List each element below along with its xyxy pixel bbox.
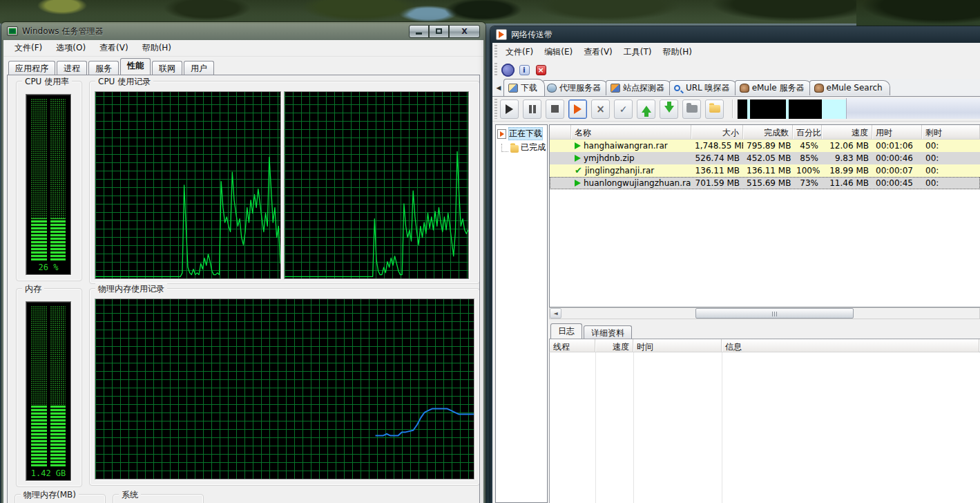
cpu-led-column xyxy=(50,99,66,260)
cpu-history-graph-core0 xyxy=(95,91,281,279)
header-name[interactable]: 名称 xyxy=(571,125,691,139)
nt-menu-help[interactable]: 帮助(H) xyxy=(657,44,698,60)
cpu-history-label: CPU 使用记录 xyxy=(95,76,153,88)
stop-button[interactable] xyxy=(546,99,564,119)
move-up-button[interactable] xyxy=(637,99,655,119)
cpu-led-fill xyxy=(31,218,47,260)
nt-menu-tools[interactable]: 工具(T) xyxy=(618,44,657,60)
physical-memory-group-label: 物理内存(MB) xyxy=(21,489,79,501)
maximize-button[interactable] xyxy=(429,25,449,38)
menu-help[interactable]: 帮助(H) xyxy=(137,40,177,56)
log-header-info[interactable]: 信息 xyxy=(722,339,979,352)
file-remaining: 00: xyxy=(922,177,980,189)
download-row[interactable]: ✔jinglingzhanji.rar 136.11 MB 136.11 MB … xyxy=(550,164,980,177)
file-done: 452.05 MB xyxy=(743,152,793,164)
tab-emule-search[interactable]: eMule Search xyxy=(809,80,890,95)
tab-download[interactable]: 下载 xyxy=(503,79,545,96)
menu-view[interactable]: 查看(V) xyxy=(94,40,134,56)
task-manager-titlebar[interactable]: Windows 任务管理器 X xyxy=(1,22,486,40)
exit-button[interactable]: × xyxy=(533,63,548,77)
file-size: 526.74 MB xyxy=(691,152,743,164)
tab-log[interactable]: 日志 xyxy=(550,323,582,339)
options-button[interactable] xyxy=(500,63,515,77)
header-done[interactable]: 完成数 xyxy=(743,125,793,139)
open-file-button[interactable] xyxy=(682,99,701,119)
download-row[interactable]: ymjhdnb.zip 526.74 MB 452.05 MB 85% 9.83… xyxy=(550,152,980,164)
horizontal-scrollbar[interactable]: ◄ xyxy=(549,307,980,319)
scrollbar-track[interactable] xyxy=(561,308,979,319)
header-blank[interactable] xyxy=(550,125,571,139)
tab-details[interactable]: 详细资料 xyxy=(584,325,632,339)
tab-performance[interactable]: 性能 xyxy=(120,58,151,75)
tab-networking[interactable]: 联网 xyxy=(152,61,182,75)
tab-site-explorer-label: 站点探测器 xyxy=(623,82,664,94)
header-size[interactable]: 大小 xyxy=(691,125,743,139)
menubar-gripper[interactable] xyxy=(494,45,497,59)
tab-scroll-left-button[interactable]: ◀ xyxy=(494,82,503,94)
file-remaining: 00: xyxy=(922,164,980,177)
nt-menu-file[interactable]: 文件(F) xyxy=(500,44,539,60)
nt-menu-edit[interactable]: 编辑(E) xyxy=(539,44,578,60)
verify-button[interactable]: ✓ xyxy=(614,99,633,119)
info-icon: i xyxy=(519,65,530,75)
file-name: ymjhdnb.zip xyxy=(584,152,635,164)
download-row[interactable]: hanghaiwangran.rar 1,748.55 MB 795.89 MB… xyxy=(550,140,980,152)
menu-options[interactable]: 选项(O) xyxy=(50,40,91,56)
log-column-divider xyxy=(722,352,722,503)
log-table-body[interactable] xyxy=(549,352,980,503)
tab-proxy-server[interactable]: 代理服务器 xyxy=(542,80,608,95)
log-column-divider xyxy=(633,352,634,503)
tab-url-sniffer[interactable]: URL 嗅探器 xyxy=(669,80,738,95)
log-column-divider xyxy=(595,352,596,503)
file-size: 701.59 MB xyxy=(691,177,743,189)
file-percent: 45% xyxy=(793,140,822,152)
file-name: jinglingzhanji.rar xyxy=(585,164,654,177)
emule-search-tab-icon xyxy=(814,84,824,93)
nt-menu-view[interactable]: 查看(V) xyxy=(578,44,618,60)
file-done: 136.11 MB xyxy=(743,164,793,177)
log-panel: 日志 详细资料 线程 速度 时间 信息 xyxy=(549,323,980,503)
tab-processes[interactable]: 进程 xyxy=(57,61,87,75)
scroll-left-arrow[interactable]: ◄ xyxy=(550,308,561,319)
arrow-down-icon xyxy=(664,106,674,113)
toolbar-gripper[interactable] xyxy=(494,63,497,77)
log-header-speed[interactable]: 速度 xyxy=(595,339,633,352)
downloading-icon xyxy=(497,129,506,139)
delete-button[interactable]: × xyxy=(591,99,610,119)
header-elapsed[interactable]: 用时 xyxy=(872,125,922,139)
cpu-usage-groupbox: CPU 使用率 26 % xyxy=(16,81,82,281)
stop-icon xyxy=(551,105,559,113)
close-button[interactable]: X xyxy=(449,25,480,38)
header-speed[interactable]: 速度 xyxy=(822,125,872,139)
header-remaining[interactable]: 剩时 xyxy=(922,125,980,139)
start-button[interactable] xyxy=(500,99,519,119)
log-header-time[interactable]: 时间 xyxy=(633,339,722,352)
tree-item-completed[interactable]: 已完成 xyxy=(496,141,547,154)
tab-applications[interactable]: 应用程序 xyxy=(8,61,55,75)
play-icon xyxy=(506,104,513,114)
tab-emule-server[interactable]: eMule 服务器 xyxy=(735,80,812,95)
info-button[interactable]: i xyxy=(517,63,532,77)
tab-users[interactable]: 用户 xyxy=(184,61,214,75)
log-header-thread[interactable]: 线程 xyxy=(550,339,595,352)
nettransport-titlebar[interactable]: 网络传送带 xyxy=(490,26,980,43)
toolbar-separator xyxy=(732,99,733,118)
menu-file[interactable]: 文件(F) xyxy=(9,40,48,56)
tree-item-downloading[interactable]: 正在下载 xyxy=(496,126,547,141)
new-download-button[interactable] xyxy=(568,99,587,119)
scrollbar-thumb[interactable] xyxy=(695,308,854,319)
pause-button[interactable] xyxy=(523,99,541,119)
move-down-button[interactable] xyxy=(660,99,678,119)
header-percent[interactable]: 百分比 xyxy=(793,125,822,139)
download-row[interactable]: huanlongwujiangzhuan.rar 701.59 MB 515.6… xyxy=(550,177,980,189)
file-size: 136.11 MB xyxy=(691,164,743,177)
open-folder-button[interactable] xyxy=(705,99,724,119)
download-toolbar-gripper[interactable] xyxy=(494,99,497,119)
tab-services[interactable]: 服务 xyxy=(88,61,119,75)
cpu-history-groupbox: CPU 使用记录 xyxy=(89,81,480,284)
physical-memory-groupbox: 物理内存(MB) xyxy=(15,494,106,503)
cpu-history-graph-core1 xyxy=(284,91,469,279)
minimize-button[interactable] xyxy=(409,25,429,38)
nettransport-toolbar-main: i × xyxy=(492,61,980,79)
tab-site-explorer[interactable]: 站点探测器 xyxy=(606,80,672,95)
